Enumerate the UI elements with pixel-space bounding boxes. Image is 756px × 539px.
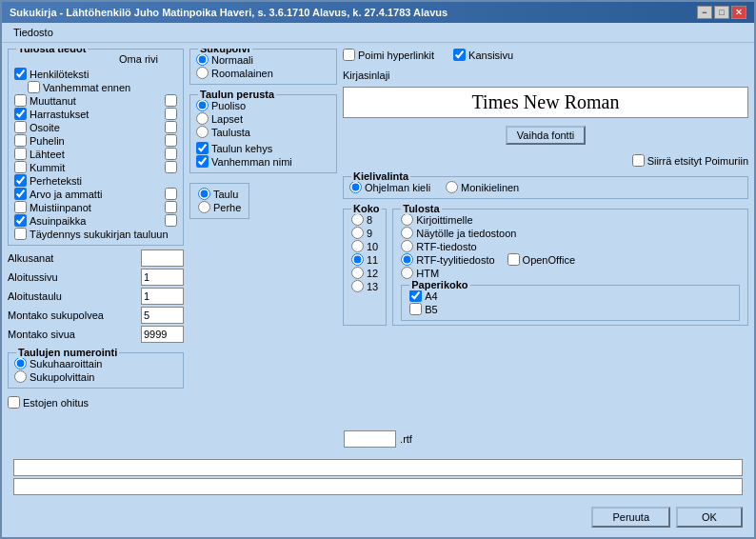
perheteksti-checkbox[interactable] bbox=[14, 174, 27, 187]
monikielinen-label: Monikielinen bbox=[461, 182, 519, 193]
muuttanut-row: Muuttanut bbox=[14, 94, 177, 107]
koko-12-radio[interactable] bbox=[351, 267, 364, 279]
lahteet-oma-checkbox[interactable] bbox=[165, 148, 177, 160]
htm-radio[interactable] bbox=[401, 267, 413, 279]
perhe-radio[interactable] bbox=[198, 201, 210, 213]
koko-13-radio[interactable] bbox=[351, 280, 364, 292]
siirra-checkbox[interactable] bbox=[632, 154, 645, 167]
taulun-kehys-label: Taulun kehys bbox=[211, 143, 272, 154]
asuinpaikka-label: Asuinpaikka bbox=[30, 215, 86, 227]
rtf-tiedosto-radio[interactable] bbox=[401, 240, 413, 252]
openoffice-checkbox[interactable] bbox=[507, 253, 520, 266]
lapset-radio[interactable] bbox=[196, 112, 209, 125]
monikielinen-radio[interactable] bbox=[446, 181, 458, 193]
koko-8-radio[interactable] bbox=[351, 213, 364, 226]
asuinpaikka-oma-checkbox[interactable] bbox=[165, 214, 177, 227]
taulu-label: Taulu bbox=[213, 189, 238, 200]
muuttanut-checkbox[interactable] bbox=[14, 94, 27, 107]
vanhemman-nimi-label: Vanhemman nimi bbox=[211, 156, 292, 168]
vaihda-fontti-area: Vaihda fontti bbox=[343, 126, 748, 145]
paperikoko-legend: Paperikoko bbox=[409, 279, 469, 290]
aloitustaulu-input[interactable] bbox=[141, 288, 184, 305]
vanhemmat-checkbox[interactable] bbox=[28, 81, 40, 93]
koko-11-radio[interactable] bbox=[351, 253, 364, 266]
title-bar: Sukukirja - Lähtöhenkilö Juho Matinpoika… bbox=[2, 2, 754, 23]
kirjoittimelle-radio[interactable] bbox=[401, 213, 413, 226]
koko-9-radio[interactable] bbox=[351, 227, 364, 239]
arvo-oma-checkbox[interactable] bbox=[165, 188, 177, 200]
aloitussivu-row: Aloitussivu bbox=[8, 269, 184, 286]
minimize-button[interactable]: − bbox=[697, 6, 712, 19]
tulosta-tiedot-panel: Tulosta tiedot Oma rivi Henkilöteksti Va… bbox=[8, 49, 184, 246]
ohjelman-kieli-radio[interactable] bbox=[349, 181, 362, 193]
muistiinpanot-checkbox[interactable] bbox=[14, 201, 27, 213]
sukuhaaroittain-radio[interactable] bbox=[14, 357, 27, 369]
kansisivu-label: Kansisivu bbox=[468, 50, 513, 61]
progress-bar-2 bbox=[13, 478, 743, 495]
puhelin-oma-checkbox[interactable] bbox=[165, 134, 177, 147]
kummit-oma-checkbox[interactable] bbox=[165, 161, 177, 173]
a4-checkbox[interactable] bbox=[409, 289, 422, 302]
taydennys-checkbox[interactable] bbox=[14, 228, 27, 240]
sukupolvittain-radio[interactable] bbox=[14, 370, 27, 383]
close-button[interactable]: ✕ bbox=[731, 6, 746, 19]
taulusta-radio[interactable] bbox=[196, 126, 209, 138]
taulujen-numerointi-legend: Taulujen numerointi bbox=[16, 347, 119, 358]
estojen-ohitus-checkbox[interactable] bbox=[8, 396, 20, 409]
peruuta-button[interactable]: Peruuta bbox=[591, 507, 670, 528]
nayttolle-radio[interactable] bbox=[401, 227, 413, 239]
puoliso-radio[interactable] bbox=[196, 99, 209, 111]
poimi-hyperlinkit-checkbox[interactable] bbox=[343, 49, 355, 61]
vanhemman-nimi-checkbox[interactable] bbox=[196, 155, 209, 168]
arvo-row: Arvo ja ammatti bbox=[14, 188, 177, 200]
ok-button[interactable]: OK bbox=[676, 507, 743, 528]
arvo-checkbox[interactable] bbox=[14, 188, 27, 200]
maximize-button[interactable]: □ bbox=[714, 6, 729, 19]
montako-sivua-input[interactable] bbox=[141, 326, 184, 343]
menu-tiedosto[interactable]: Tiedosto bbox=[6, 25, 61, 40]
puhelin-checkbox[interactable] bbox=[14, 134, 27, 147]
kansisivu-checkbox[interactable] bbox=[453, 49, 466, 61]
kielivalinta-legend: Kielivalinta bbox=[351, 170, 410, 182]
lista-input[interactable]: lista bbox=[344, 430, 396, 448]
muistiinpanot-oma-checkbox[interactable] bbox=[165, 201, 177, 213]
taulun-kehys-checkbox[interactable] bbox=[196, 142, 209, 154]
lahteet-checkbox[interactable] bbox=[14, 148, 27, 160]
normaali-radio[interactable] bbox=[196, 53, 209, 66]
aloitustaulu-row: Aloitustaulu bbox=[8, 288, 184, 305]
b5-checkbox[interactable] bbox=[409, 303, 422, 315]
harrastukset-label: Harrastukset bbox=[30, 109, 89, 120]
lapset-label: Lapset bbox=[211, 113, 243, 125]
asuinpaikka-checkbox[interactable] bbox=[14, 214, 27, 227]
kielivalinta-panel: Kielivalinta Ohjelman kieli Monikielinen bbox=[343, 176, 748, 199]
harrastukset-oma-checkbox[interactable] bbox=[165, 108, 177, 120]
osoite-label: Osoite bbox=[30, 122, 60, 133]
osoite-oma-checkbox[interactable] bbox=[165, 121, 177, 133]
roomalainen-radio[interactable] bbox=[196, 67, 209, 79]
rtf-tyylitiedosto-radio[interactable] bbox=[401, 253, 413, 266]
top-checkboxes: Poimi hyperlinkit Kansisivu bbox=[343, 49, 748, 62]
aloitussivu-input[interactable] bbox=[141, 269, 184, 286]
perhe-label: Perhe bbox=[213, 202, 241, 213]
puhelin-label: Puhelin bbox=[30, 135, 65, 147]
kielivalinta-options: Ohjelman kieli Monikielinen bbox=[349, 181, 742, 194]
vaihda-fontti-button[interactable]: Vaihda fontti bbox=[506, 126, 586, 145]
montako-sukupolvea-input[interactable] bbox=[141, 307, 184, 324]
ohjelman-kieli-row: Ohjelman kieli bbox=[349, 181, 430, 193]
harrastukset-checkbox[interactable] bbox=[14, 108, 27, 120]
muuttanut-oma-checkbox[interactable] bbox=[165, 94, 177, 107]
koko-panel: Koko 8 9 10 bbox=[343, 209, 387, 326]
koko-10-radio[interactable] bbox=[351, 240, 364, 252]
osoite-checkbox[interactable] bbox=[14, 121, 27, 133]
taulu-radio[interactable] bbox=[198, 188, 210, 200]
puoliso-row: Puoliso bbox=[196, 99, 330, 111]
henkiloteksti-checkbox[interactable] bbox=[14, 68, 27, 80]
koko-11-label: 11 bbox=[367, 254, 378, 266]
taulun-perusta-panel: Taulun perusta Puoliso Lapset Taulusta bbox=[189, 94, 337, 173]
alkusanat-input[interactable] bbox=[141, 250, 184, 267]
kummit-checkbox[interactable] bbox=[14, 161, 27, 173]
koko-legend: Koko bbox=[351, 203, 382, 214]
vanhemman-nimi-row: Vanhemman nimi bbox=[196, 155, 330, 168]
sukupolvittain-label: Sukupolvittain bbox=[30, 371, 95, 383]
estojen-ohitus-label: Estojen ohitus bbox=[23, 397, 89, 409]
